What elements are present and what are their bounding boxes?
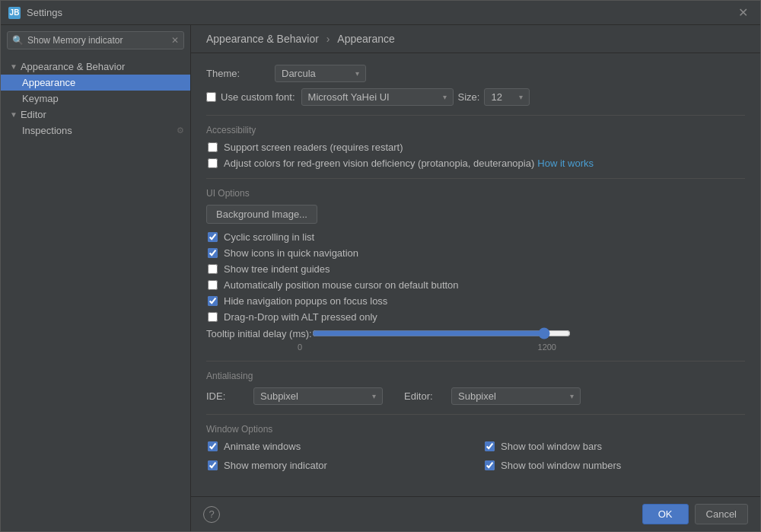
- cyclic-scrolling-checkbox[interactable]: [208, 232, 218, 242]
- show-memory-label: Show memory indicator: [224, 460, 327, 471]
- ide-antialiasing-value: Subpixel: [260, 390, 298, 402]
- drag-drop-label: Drag-n-Drop with ALT pressed only: [224, 311, 377, 323]
- help-button[interactable]: ?: [203, 506, 220, 523]
- sidebar-label: Editor: [21, 109, 46, 120]
- window-options-label: Window Options: [206, 424, 745, 435]
- sidebar: 🔍 ✕ ▼ Appearance & Behavior Appearance K…: [1, 25, 191, 531]
- show-tool-window-bars-checkbox[interactable]: [485, 441, 495, 451]
- ide-antialiasing-dropdown[interactable]: Subpixel ▾: [253, 387, 383, 405]
- sidebar-item-editor[interactable]: ▼ Editor: [1, 107, 190, 123]
- accessibility-section-label: Accessibility: [206, 125, 745, 135]
- show-tool-window-numbers-checkbox[interactable]: [485, 460, 495, 470]
- show-memory-checkbox[interactable]: [208, 460, 218, 470]
- show-tree-label: Show tree indent guides: [224, 263, 330, 275]
- hide-nav-popups-checkbox[interactable]: [208, 296, 218, 306]
- show-icons-checkbox[interactable]: [208, 248, 218, 258]
- cancel-button[interactable]: Cancel: [695, 504, 748, 524]
- divider: [206, 115, 745, 116]
- animate-windows-label: Animate windows: [224, 441, 301, 452]
- sidebar-item-inspections[interactable]: Inspections ⚙: [1, 123, 190, 139]
- tooltip-slider[interactable]: [312, 327, 571, 339]
- tooltip-label: Tooltip initial delay (ms):: [206, 328, 312, 339]
- ui-options-section-label: UI Options: [206, 188, 745, 199]
- ui-checkbox-2: Show tree indent guides: [206, 263, 745, 275]
- footer-left: ?: [203, 506, 220, 523]
- window-checkbox-2: Show memory indicator: [206, 460, 468, 471]
- sidebar-label: Inspections: [22, 125, 72, 136]
- show-tool-window-numbers-label: Show tool window numbers: [501, 460, 621, 471]
- drag-drop-alt-checkbox[interactable]: [208, 312, 218, 322]
- ok-button[interactable]: OK: [642, 504, 689, 524]
- window-title: Settings: [27, 7, 62, 18]
- custom-font-checkbox[interactable]: [206, 92, 216, 102]
- show-tree-checkbox[interactable]: [208, 264, 218, 274]
- breadcrumb-separator: ›: [326, 33, 330, 45]
- color-deficiency-checkbox[interactable]: [208, 158, 218, 168]
- breadcrumb-parent: Appearance & Behavior: [206, 33, 319, 45]
- theme-row: Theme: Darcula ▾: [206, 65, 745, 82]
- ui-checkbox-1: Show icons in quick navigation: [206, 247, 745, 259]
- how-it-works-link[interactable]: How it works: [537, 158, 594, 169]
- cyclic-scrolling-label: Cyclic scrolling in list: [224, 231, 314, 243]
- search-input[interactable]: [27, 35, 171, 46]
- size-label: Size:: [458, 91, 480, 103]
- ide-label: IDE:: [206, 390, 244, 402]
- settings-window: JB Settings ✕ 🔍 ✕ ▼ Appearance & Behavio…: [0, 0, 761, 532]
- sidebar-item-keymap[interactable]: Keymap: [1, 91, 190, 107]
- chevron-down-icon: ▾: [519, 93, 523, 101]
- size-value: 12: [491, 91, 501, 103]
- expand-arrow-icon: ▼: [10, 110, 18, 119]
- editor-antialiasing-dropdown[interactable]: Subpixel ▾: [451, 387, 581, 405]
- slider-min: 0: [298, 342, 302, 352]
- ui-checkbox-3: Automatically position mouse cursor on d…: [206, 279, 745, 291]
- window-checkbox-3: Show tool window numbers: [483, 460, 745, 471]
- auto-position-label: Automatically position mouse cursor on d…: [224, 279, 459, 291]
- editor-label: Editor:: [404, 390, 442, 402]
- size-dropdown[interactable]: 12 ▾: [484, 88, 530, 106]
- auto-position-checkbox[interactable]: [208, 280, 218, 290]
- close-button[interactable]: ✕: [734, 4, 753, 21]
- custom-font-label: Use custom font:: [221, 91, 295, 103]
- breadcrumb: Appearance & Behavior › Appearance: [191, 25, 760, 53]
- theme-dropdown[interactable]: Darcula ▾: [275, 65, 366, 82]
- screen-readers-checkbox[interactable]: [208, 142, 218, 152]
- show-icons-label: Show icons in quick navigation: [224, 247, 358, 259]
- search-clear-icon[interactable]: ✕: [171, 35, 179, 46]
- antialiasing-label: Antialiasing: [206, 371, 745, 381]
- chevron-down-icon: ▾: [570, 392, 574, 400]
- font-value: Microsoft YaHei UI: [308, 91, 390, 103]
- settings-content: Theme: Darcula ▾ Use custom font: Micros…: [191, 53, 760, 496]
- divider: [206, 414, 745, 415]
- footer: ? OK Cancel: [191, 496, 760, 531]
- sidebar-label: Keymap: [22, 93, 59, 104]
- theme-label: Theme:: [206, 68, 267, 79]
- editor-antialiasing-value: Subpixel: [458, 390, 496, 402]
- search-box[interactable]: 🔍 ✕: [7, 31, 184, 49]
- tooltip-slider-row: Tooltip initial delay (ms):: [206, 327, 745, 339]
- accessibility-item-0: Support screen readers (requires restart…: [206, 142, 745, 153]
- ui-checkbox-4: Hide navigation popups on focus loss: [206, 295, 745, 307]
- sidebar-item-appearance-behavior[interactable]: ▼ Appearance & Behavior: [1, 59, 190, 75]
- color-deficiency-label: Adjust colors for red-green vision defic…: [224, 158, 534, 169]
- expand-arrow-icon: ▼: [10, 62, 18, 71]
- divider: [206, 178, 745, 179]
- animate-windows-checkbox[interactable]: [208, 441, 218, 451]
- font-dropdown[interactable]: Microsoft YaHei UI ▾: [301, 88, 454, 106]
- window-checkbox-0: Animate windows: [206, 441, 468, 452]
- screen-readers-label: Support screen readers (requires restart…: [224, 142, 403, 153]
- search-icon: 🔍: [12, 35, 24, 46]
- chevron-down-icon: ▾: [372, 392, 376, 400]
- title-bar: JB Settings ✕: [1, 1, 760, 25]
- show-tool-window-bars-label: Show tool window bars: [501, 441, 602, 452]
- breadcrumb-current: Appearance: [337, 33, 395, 45]
- accessibility-item-1: Adjust colors for red-green vision defic…: [206, 158, 745, 169]
- background-image-button[interactable]: Background Image...: [206, 205, 317, 224]
- slider-labels: 0 1200: [298, 342, 556, 352]
- sidebar-item-appearance[interactable]: Appearance: [1, 75, 190, 91]
- chevron-down-icon: ▾: [355, 69, 359, 78]
- ui-checkbox-5: Drag-n-Drop with ALT pressed only: [206, 311, 745, 323]
- sidebar-tree: ▼ Appearance & Behavior Appearance Keyma…: [1, 56, 190, 142]
- sidebar-label: Appearance: [22, 77, 75, 88]
- main-panel: Appearance & Behavior › Appearance Theme…: [191, 25, 760, 531]
- font-row: Use custom font: Microsoft YaHei UI ▾ Si…: [206, 88, 745, 106]
